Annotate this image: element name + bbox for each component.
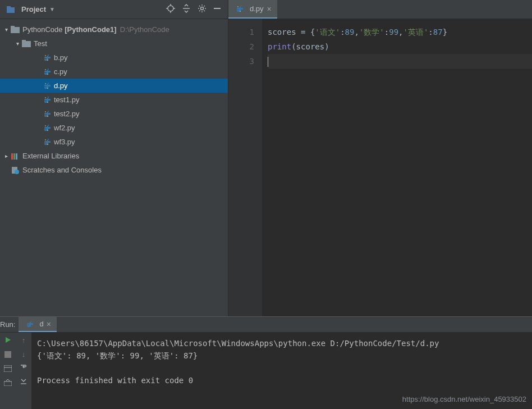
locate-icon[interactable] (166, 4, 175, 15)
svg-point-18 (45, 83, 46, 84)
file-label: d.py (54, 81, 68, 90)
run-tab-label: d (39, 320, 43, 328)
export-icon[interactable] (4, 379, 12, 388)
tree-file-test1-py[interactable]: ▸test1.py (0, 93, 228, 107)
svg-rect-11 (11, 26, 15, 28)
python-file-icon (42, 138, 52, 147)
svg-point-32 (15, 170, 19, 174)
svg-rect-39 (4, 381, 12, 386)
scratches-label: Scratches and Consoles (22, 166, 102, 174)
svg-rect-29 (13, 153, 15, 160)
run-tool-window: Run: d × (0, 316, 532, 409)
tree-file-b-py[interactable]: ▸b.py (0, 51, 228, 65)
python-file-icon (42, 53, 52, 62)
svg-rect-28 (11, 153, 13, 160)
svg-point-15 (47, 60, 48, 61)
python-file-icon (42, 110, 52, 119)
svg-rect-36 (4, 351, 11, 358)
project-title: Project (21, 5, 46, 13)
svg-point-16 (45, 69, 46, 70)
file-label: wf3.py (54, 138, 75, 146)
svg-rect-0 (7, 7, 15, 13)
svg-point-26 (45, 139, 46, 140)
project-sidebar: Project ▼ ▾ (0, 0, 228, 316)
scratches-icon (10, 166, 20, 175)
chevron-down-icon[interactable]: ▾ (2, 26, 10, 33)
file-label: b.py (54, 53, 68, 62)
svg-point-2 (168, 6, 173, 11)
tree-file-c-py[interactable]: ▸c.py (0, 65, 228, 79)
root-path: D:\PythonCode (120, 25, 169, 34)
layout-icon[interactable] (4, 365, 12, 374)
chevron-down-icon[interactable]: ▾ (13, 40, 21, 47)
file-label: test1.py (54, 96, 80, 104)
soft-wrap-icon[interactable] (20, 364, 27, 372)
python-file-icon (42, 67, 52, 76)
minimize-icon[interactable] (213, 4, 221, 14)
svg-marker-35 (6, 337, 11, 343)
svg-point-25 (47, 130, 48, 131)
svg-point-20 (45, 97, 46, 98)
svg-rect-1 (7, 6, 11, 8)
root-name: PythonCode (22, 25, 63, 34)
tree-scratches[interactable]: ▸ Scratches and Consoles (0, 163, 228, 177)
folder-icon (10, 25, 20, 34)
tree-file-d-py[interactable]: ▸d.py (0, 79, 228, 93)
external-label: External Libraries (22, 152, 79, 160)
editor-area: d.py × 1 2 3 scores = {'语文':89,'数学':99,'… (228, 0, 532, 316)
rerun-icon[interactable] (4, 336, 12, 346)
project-view-selector[interactable]: Project ▼ (6, 5, 166, 14)
close-icon[interactable]: × (267, 4, 272, 13)
folder-icon (21, 39, 31, 48)
run-console[interactable]: C:\Users\86157\AppData\Local\Microsoft\W… (31, 333, 532, 409)
caret (268, 57, 268, 67)
project-toolbar: Project ▼ (0, 0, 228, 19)
python-file-icon (234, 4, 244, 13)
tree-file-wf2-py[interactable]: ▸wf2.py (0, 121, 228, 135)
svg-rect-10 (11, 27, 20, 33)
svg-point-34 (240, 11, 241, 12)
run-label: Run: (0, 320, 19, 329)
svg-point-24 (45, 125, 46, 126)
file-label: wf2.py (54, 124, 75, 132)
svg-rect-30 (16, 153, 17, 160)
tree-file-wf3-py[interactable]: ▸wf3.py (0, 135, 228, 149)
svg-point-27 (47, 144, 48, 145)
root-bracket: [PythonCode1] (65, 25, 116, 34)
svg-point-17 (47, 74, 48, 75)
svg-point-8 (201, 7, 204, 10)
svg-rect-12 (22, 41, 31, 47)
code-editor[interactable]: 1 2 3 scores = {'语文':89,'数学':99,'英语':87}… (228, 19, 532, 316)
folder-label: Test (34, 39, 47, 48)
run-tab-d[interactable]: d × (19, 317, 56, 332)
tree-folder-test[interactable]: ▾ Test (0, 37, 228, 51)
watermark: https://blog.csdn.net/weixin_45933502 (402, 393, 526, 406)
svg-point-22 (45, 111, 46, 112)
code-content[interactable]: scores = {'语文':89,'数学':99,'英语':87} print… (262, 19, 532, 316)
stop-icon[interactable] (4, 351, 11, 360)
up-icon[interactable]: ↑ (22, 336, 26, 344)
file-label: c.py (54, 67, 67, 76)
line-gutter: 1 2 3 (228, 19, 262, 316)
collapse-all-icon[interactable] (182, 4, 191, 15)
file-label: test2.py (54, 110, 80, 118)
svg-rect-37 (4, 365, 12, 372)
svg-point-33 (237, 6, 239, 7)
editor-tab-d-py[interactable]: d.py × (228, 0, 277, 19)
tree-external-libraries[interactable]: ▸ External Libraries (0, 149, 228, 163)
tree-file-test2-py[interactable]: ▸test2.py (0, 107, 228, 121)
chevron-right-icon[interactable]: ▸ (2, 153, 10, 159)
chevron-down-icon: ▼ (49, 6, 55, 12)
gear-icon[interactable] (198, 4, 207, 15)
scroll-end-icon[interactable] (20, 378, 27, 387)
python-file-icon (42, 124, 52, 133)
python-file-icon (42, 96, 52, 104)
down-icon[interactable]: ↓ (22, 350, 26, 358)
python-file-icon (42, 81, 52, 90)
svg-rect-13 (22, 40, 26, 42)
editor-tab-bar: d.py × (228, 0, 532, 19)
svg-point-19 (47, 88, 48, 89)
tree-root-node[interactable]: ▾ PythonCode [PythonCode1] D:\PythonCode (0, 22, 228, 37)
close-icon[interactable]: × (47, 320, 51, 329)
project-icon (6, 5, 16, 14)
